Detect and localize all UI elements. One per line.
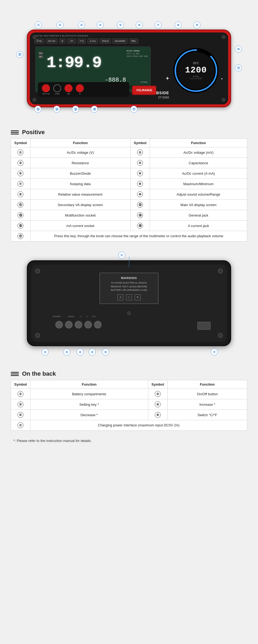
jacks-area: VΩ·⊢·Hz COM mA A bbox=[38, 82, 129, 97]
callout-5: ⑤ bbox=[117, 21, 124, 28]
back-callout-6: ⑥ bbox=[102, 349, 109, 356]
auto-indicator: AUTO bbox=[127, 50, 132, 52]
callout-11: ⑪ bbox=[235, 64, 242, 71]
sym-1: ① bbox=[11, 147, 30, 158]
func-7: Keeping data bbox=[30, 179, 130, 189]
back-sym-7: ⑦ bbox=[11, 420, 30, 431]
callout-line-1 bbox=[129, 257, 129, 267]
col-function-2: Function bbox=[150, 139, 247, 147]
positive-section-header: Positive bbox=[11, 129, 247, 136]
col-function-1: Function bbox=[30, 139, 130, 147]
func-4: Capacitance bbox=[150, 158, 247, 168]
back-sym-1: ① bbox=[11, 389, 30, 399]
callout-8: ⑧ bbox=[175, 21, 182, 28]
sym-14: ⑭ bbox=[130, 210, 150, 221]
warning-box: WARNING TO AVOID ELECTRICAL SHOCK REMOVE… bbox=[99, 273, 159, 304]
btn-rel[interactable]: REL bbox=[129, 38, 139, 44]
table-row: ⑤ Buzzer/Diode ⑥ Ac/Dc current (A mA) bbox=[11, 168, 247, 179]
func-11: Secondary VA display screen bbox=[30, 200, 130, 210]
back-callout-7: ⑦ bbox=[211, 349, 218, 356]
back-screw-tl bbox=[35, 269, 40, 273]
btn-cap[interactable]: ⊣⊢ bbox=[67, 38, 76, 44]
back-callout-1: ① bbox=[118, 252, 125, 259]
btn-ohm[interactable]: Ω bbox=[59, 38, 66, 44]
callout-12: ⑫ bbox=[16, 51, 23, 58]
back-table: Symbol Function Symbol Function ① Batter… bbox=[11, 380, 247, 431]
callout-13: ⑬ bbox=[34, 106, 41, 113]
btn-maxmin[interactable]: MAX/MIN bbox=[112, 38, 128, 44]
label-cf: °C/F bbox=[92, 315, 96, 318]
back-buttons-row bbox=[55, 321, 102, 328]
table-row: ⑨ Relative value measurement ⑩ Adjust so… bbox=[11, 189, 247, 200]
jack-black bbox=[53, 84, 61, 92]
btn-mvhz[interactable]: mV Hz bbox=[46, 38, 58, 44]
back-sym-4: ④ bbox=[148, 399, 167, 410]
top-buttons-row: V̄ Hz mV Hz Ω ⊣⊢ ⊢•) Ā mA HOLD MAX/MIN R… bbox=[34, 38, 224, 44]
back-title: On the back bbox=[22, 370, 56, 377]
jack-label-a: A bbox=[79, 93, 81, 95]
sym-6: ⑥ bbox=[130, 168, 150, 179]
callout-9: ⑨ bbox=[194, 21, 200, 28]
func-17: Press this key, through the knob can cho… bbox=[30, 231, 247, 241]
func-16: A current jack bbox=[150, 221, 247, 231]
back-table-row: ⑤ Decrease * ⑥ Switch °C/°F bbox=[11, 410, 247, 420]
footnote: *: Please refer to the instruction manua… bbox=[11, 439, 247, 443]
table-row: ③ Resistance ④ Capacitance bbox=[11, 158, 247, 168]
callout-2: ② bbox=[56, 21, 63, 28]
jack-label-vohz: VΩ·⊢·Hz bbox=[42, 93, 50, 95]
btn-vhz[interactable]: V̄ Hz bbox=[34, 38, 44, 44]
back-func-3: Setting key * bbox=[30, 399, 148, 410]
usb-port bbox=[197, 322, 211, 330]
btn-hold[interactable]: HOLD bbox=[99, 38, 111, 44]
min-label: MIN bbox=[144, 55, 148, 57]
callout-17: ⑰ bbox=[130, 106, 137, 113]
table-row: ⑦ Keeping data ⑧ Maximum/Minimum bbox=[11, 179, 247, 189]
back-btn-up[interactable] bbox=[75, 321, 82, 328]
device-title: DIGITAL MULTIMETER & BLUETOOTH SPEAKER bbox=[34, 35, 88, 37]
screw-tl bbox=[33, 35, 36, 39]
back-btn-power[interactable] bbox=[55, 321, 63, 328]
back-btn-down[interactable] bbox=[84, 321, 92, 328]
back-callout-2: ② bbox=[42, 349, 49, 356]
back-col-symbol-1: Symbol bbox=[11, 380, 30, 389]
func-8: Maximum/Minimum bbox=[150, 179, 247, 189]
func-1: Ac/Dc voltage (V) bbox=[30, 147, 130, 158]
func-15: mA current socket bbox=[30, 221, 130, 231]
func-9: Relative value measurement bbox=[30, 189, 130, 200]
main-reading: 1:99.9 bbox=[46, 54, 101, 72]
callout-14: ⑭ bbox=[53, 106, 60, 113]
warning-symbol-square: □ bbox=[126, 294, 132, 300]
back-func-1: Battery compartments bbox=[30, 389, 148, 399]
jack-label-ma: mA bbox=[67, 93, 70, 95]
label-mode: MODE bbox=[68, 315, 74, 318]
callout-7: ⑦ bbox=[155, 21, 162, 28]
back-table-row: ③ Setting key * ④ Increase * bbox=[11, 399, 247, 410]
sym-11: ⑪ bbox=[11, 200, 30, 210]
back-func-6: Switch °C/°F bbox=[167, 410, 247, 420]
label-down: ▽ bbox=[86, 315, 88, 318]
func-12: Main VA display screen bbox=[150, 200, 247, 210]
btn-diode[interactable]: ⊢•) bbox=[77, 38, 86, 44]
callout-4: ④ bbox=[97, 21, 104, 28]
menu-icon-2 bbox=[11, 372, 19, 376]
back-btn-cf[interactable] bbox=[94, 321, 102, 328]
col-symbol-2: Symbol bbox=[130, 139, 150, 147]
col-symbol-1: Symbol bbox=[11, 139, 30, 147]
back-callout-5: ⑤ bbox=[89, 349, 96, 356]
func-10: Adjust sound volume/Range bbox=[150, 189, 247, 200]
vol-range-button[interactable]: VOL/RANGE bbox=[132, 86, 156, 95]
table-row: ⑪ Secondary VA display screen ⑫ Main VA … bbox=[11, 200, 247, 210]
back-sym-2: ② bbox=[148, 389, 167, 399]
power-mode-labels: POWER MODE ≥ ▽ °C/F bbox=[53, 315, 96, 318]
back-btn-mode[interactable] bbox=[65, 321, 73, 328]
sym-16: ⑯ bbox=[130, 221, 150, 231]
front-device-section: ① ② ③ ④ ⑤ ⑥ ⑦ ⑧ ⑨ ⑩ ⑪ ⑫ ⑬ ⑭ ⑮ ⑯ ⑰ DIGITA… bbox=[13, 5, 245, 121]
btn-amps[interactable]: Ā mA bbox=[87, 38, 98, 44]
back-col-function-1: Function bbox=[30, 380, 148, 389]
jack-label-com: COM bbox=[55, 93, 59, 95]
front-device-wrapper: ① ② ③ ④ ⑤ ⑥ ⑦ ⑧ ⑨ ⑩ ⑪ ⑫ ⑬ ⑭ ⑮ ⑯ ⑰ DIGITA… bbox=[13, 5, 245, 121]
sym-12: ⑫ bbox=[130, 200, 150, 210]
back-sym-6: ⑥ bbox=[148, 410, 167, 420]
callout-10: ⑩ bbox=[235, 46, 242, 53]
multimeter-back: WARNING TO AVOID ELECTRICAL SHOCK REMOVE… bbox=[27, 260, 231, 346]
